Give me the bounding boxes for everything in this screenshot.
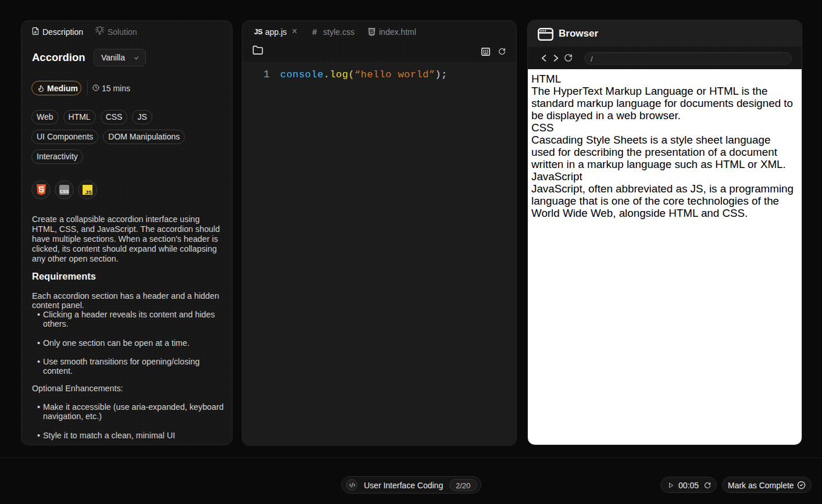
svg-text:CSS: CSS (60, 189, 69, 194)
svg-text:JS: JS (85, 189, 92, 195)
